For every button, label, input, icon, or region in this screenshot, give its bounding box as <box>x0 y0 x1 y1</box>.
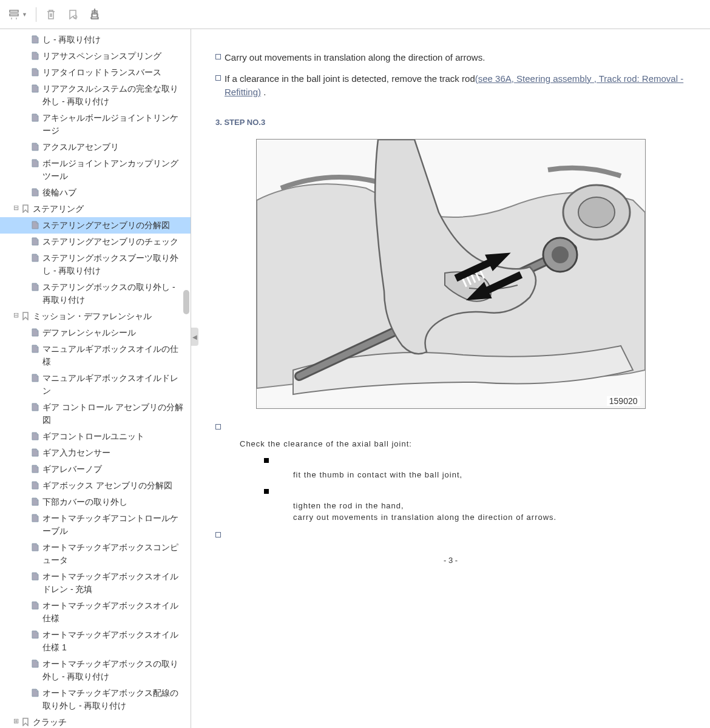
tree-item-label: オートマチックギアコントロールケーブル <box>42 512 188 538</box>
page-icon <box>30 51 40 61</box>
bookmark-ribbon-icon <box>67 8 79 21</box>
tree-item[interactable]: マニュアルギアボックスオイルの仕様 <box>0 341 191 370</box>
view-options-icon <box>8 8 21 21</box>
tree-item[interactable]: 後輪ハブ <box>0 184 191 201</box>
page-icon <box>30 35 40 44</box>
sidebar-collapse-handle[interactable]: ◀ <box>191 328 198 346</box>
tree-toggle-icon[interactable]: ⊟ <box>12 310 19 320</box>
view-options-button[interactable]: ▼ <box>5 5 31 24</box>
page-icon <box>30 448 40 457</box>
tree-item-label: 下部カバーの取り外し <box>42 496 188 508</box>
tree-item[interactable]: ギアボックス アセンブリの分解図 <box>0 477 191 494</box>
tree-item[interactable]: ボールジョイントアンカップリングツール <box>0 155 191 184</box>
list-item-text: carry out movements in translation along… <box>293 513 556 522</box>
tree-item-label: アクスルアセンブリ <box>42 141 188 153</box>
tree-item[interactable]: し - 再取り付け <box>0 32 191 48</box>
tree-item-label: ギアコントロールユニット <box>42 430 188 443</box>
sidebar: し - 再取り付けリアサスペンションスプリングリアタイロッドトランスバースリアア… <box>0 29 191 728</box>
tree-item[interactable]: オートマチックギアコントロールケーブル <box>0 510 191 539</box>
tree-item-label: ステアリングアセンブリの分解図 <box>42 219 188 232</box>
tree-item-label: リアタイロッドトランスバース <box>42 66 188 79</box>
page-icon <box>30 253 40 263</box>
tree-item[interactable]: ギアコントロールユニット <box>0 428 191 445</box>
sidebar-scrollbar-thumb[interactable] <box>183 290 189 314</box>
page-icon <box>30 402 40 412</box>
delete-button[interactable] <box>41 5 61 24</box>
tree-item-label: オートマチックギアボックス配線の取り外し - 再取り付け <box>42 687 188 712</box>
tree-item[interactable]: ギア コントロール アセンブリの分解図 <box>0 399 191 428</box>
tree-item[interactable]: オートマチックギアボックスオイル仕様 <box>0 598 191 627</box>
tree-item-label: ステアリングボックスブーツ取り外し - 再取り付け <box>42 252 188 277</box>
list-item: carry out movements in translation along… <box>264 517 686 522</box>
svg-point-8 <box>578 197 615 228</box>
tree-item-label: オートマチックギアボックスオイル仕様 <box>42 599 188 625</box>
page-icon <box>30 84 40 93</box>
tree-item[interactable]: オートマチックギアボックス配線の取り外し - 再取り付け <box>0 685 191 714</box>
tree-item-label: ギア入力センサー <box>42 447 188 459</box>
page-icon <box>30 67 40 77</box>
tree-item[interactable]: リアアクスルシステムの完全な取り外し - 再取り付け <box>0 81 191 110</box>
dropdown-caret-icon: ▼ <box>22 12 27 18</box>
paragraph-text: Carry out movements in translation along… <box>225 51 485 65</box>
tree-toggle-icon[interactable]: ⊟ <box>12 203 19 213</box>
tree-item[interactable]: ステアリングボックスブーツ取り外し - 再取り付け <box>0 250 191 279</box>
checkbox-bullet-icon <box>215 424 221 430</box>
tree-item-label: ステアリング <box>33 203 188 215</box>
paragraph <box>215 529 686 538</box>
tree-item[interactable]: リアタイロッドトランスバース <box>0 64 191 81</box>
tree-item-label: オートマチックギアボックスの取り外し - 再取り付け <box>42 658 188 683</box>
list-item: tighten the rod in the hand, <box>264 487 686 510</box>
checkbox-bullet-icon <box>215 54 221 59</box>
svg-point-12 <box>552 246 569 263</box>
page-icon <box>30 601 40 610</box>
content-viewport[interactable]: Carry out movements in translation along… <box>191 29 710 728</box>
tree-section[interactable]: ⊟ミッション・デファレンシャル <box>0 308 191 325</box>
toolbar-separator <box>36 7 36 22</box>
tree-item[interactable]: ステアリングアセンブリのチェック <box>0 234 191 250</box>
figure-id-label: 159020 <box>607 396 640 406</box>
page-icon <box>30 113 40 123</box>
square-bullet-icon <box>264 458 269 463</box>
tree-section[interactable]: ⊟ステアリング <box>0 201 191 217</box>
tree-item[interactable]: オートマチックギアボックスの取り外し - 再取り付け <box>0 656 191 685</box>
technical-illustration <box>257 140 645 406</box>
tree-item-label: ギアレバーノブ <box>42 463 188 476</box>
list-item: fit the thumb in contact with the ball j… <box>264 456 686 479</box>
tree-item-label: オートマチックギアボックスオイル仕様 1 <box>42 629 188 654</box>
page-icon <box>30 513 40 523</box>
tree-section[interactable]: ⊞クラッチ <box>0 714 191 728</box>
tree-item-label: オートマチックギアボックスオイルドレン - 充填 <box>42 570 188 596</box>
tree-item-label: ギア コントロール アセンブリの分解図 <box>42 401 188 426</box>
tree-item[interactable]: リアサスペンションスプリング <box>0 48 191 64</box>
tree-item[interactable]: マニュアルギアボックスオイルドレン <box>0 370 191 399</box>
tree-item[interactable]: オートマチックギアボックスオイルドレン - 充填 <box>0 568 191 598</box>
tree-item[interactable]: ギアレバーノブ <box>0 461 191 477</box>
tree-item[interactable]: アキシャルボールジョイントリンケージ <box>0 110 191 139</box>
bookmark-button[interactable] <box>63 5 83 24</box>
bookmark-tree: し - 再取り付けリアサスペンションスプリングリアタイロッドトランスバースリアア… <box>0 29 191 728</box>
page-icon <box>30 464 40 474</box>
tree-item[interactable]: オートマチックギアボックスコンピュータ <box>0 539 191 568</box>
paragraph: If a clearance in the ball joint is dete… <box>215 72 686 99</box>
page-icon <box>30 328 40 337</box>
svg-rect-0 <box>10 10 18 12</box>
tree-toggle-icon[interactable]: ⊞ <box>12 716 19 726</box>
check-instruction: Check the clearance of the axial ball jo… <box>240 439 686 448</box>
page-icon <box>30 497 40 507</box>
tree-item[interactable]: ステアリングアセンブリの分解図 <box>0 217 191 234</box>
page-icon <box>30 158 40 168</box>
tree-item[interactable]: アクスルアセンブリ <box>0 139 191 155</box>
tree-item-label: オートマチックギアボックスコンピュータ <box>42 541 188 567</box>
tree-item[interactable]: オートマチックギアボックスオイル仕様 1 <box>0 627 191 656</box>
tree-item[interactable]: デファレンシャルシール <box>0 325 191 341</box>
list-item-text: tighten the rod in the hand, <box>293 501 404 510</box>
tree-item-label: デファレンシャルシール <box>42 326 188 339</box>
tree-item[interactable]: ステアリングボックスの取り外し - 再取り付け <box>0 279 191 308</box>
share-button[interactable] <box>85 5 104 24</box>
bookmark-icon <box>21 311 30 321</box>
page-icon <box>30 344 40 354</box>
tree-item[interactable]: 下部カバーの取り外し <box>0 494 191 510</box>
tree-item-label: ステアリングボックスの取り外し - 再取り付け <box>42 281 188 306</box>
page-icon <box>30 659 40 669</box>
tree-item[interactable]: ギア入力センサー <box>0 445 191 461</box>
